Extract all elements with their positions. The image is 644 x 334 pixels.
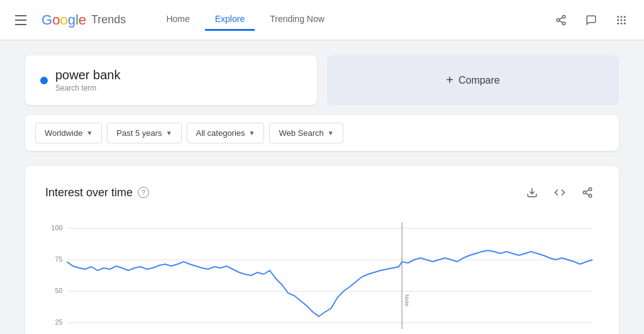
hamburger-menu[interactable] [10, 10, 31, 30]
svg-point-16 [583, 191, 586, 194]
main-nav: Home Explore Trending Now [156, 9, 334, 31]
filter-type-label: Web Search [279, 128, 323, 138]
chart-header: Interest over time ? [45, 181, 599, 204]
svg-point-11 [617, 22, 619, 24]
hamburger-line [15, 15, 26, 16]
svg-point-5 [617, 16, 619, 18]
search-term-text: power bank [55, 68, 120, 82]
header-left: Google Trends Home Explore Trending Now [10, 9, 335, 31]
chevron-down-icon: ▼ [86, 130, 92, 136]
search-dot-indicator [40, 77, 48, 84]
svg-point-6 [621, 16, 623, 18]
chevron-down-icon: ▼ [166, 130, 172, 136]
main-content: power bank Search term + Compare Worldwi… [0, 40, 644, 334]
filter-category[interactable]: All categories ▼ [187, 123, 265, 143]
svg-point-8 [617, 19, 619, 21]
y-label-75: 75 [55, 255, 62, 263]
help-icon[interactable]: ? [138, 187, 149, 198]
chart-title-row: Interest over time ? [45, 186, 149, 199]
embed-chart-button[interactable] [548, 181, 571, 204]
search-term-info: power bank Search term [55, 68, 120, 92]
svg-point-7 [624, 16, 626, 18]
svg-point-9 [621, 19, 623, 21]
svg-point-15 [589, 188, 592, 191]
hamburger-line [15, 19, 26, 21]
filter-time[interactable]: Past 5 years ▼ [107, 123, 181, 143]
y-label-100: 100 [51, 224, 62, 231]
chevron-down-icon: ▼ [328, 130, 334, 136]
feedback-button[interactable] [579, 8, 604, 33]
svg-point-13 [624, 22, 626, 24]
chart-title: Interest over time [45, 186, 133, 199]
search-box: power bank Search term [25, 55, 317, 105]
svg-point-17 [589, 194, 592, 198]
chart-container: 100 75 50 25 Note Dec 9, 2018 Jun 7, 202… [45, 219, 599, 334]
search-term-label: Search term [55, 84, 120, 92]
hamburger-line [15, 24, 26, 25]
compare-plus-icon: + [446, 73, 453, 87]
svg-line-18 [586, 193, 589, 195]
interest-over-time-chart: 100 75 50 25 Note Dec 9, 2018 Jun 7, 202… [45, 219, 599, 334]
svg-point-10 [624, 19, 626, 21]
google-wordmark: Google [42, 12, 86, 28]
nav-home[interactable]: Home [156, 9, 199, 31]
filter-worldwide[interactable]: Worldwide ▼ [35, 123, 102, 143]
y-label-50: 50 [55, 287, 62, 294]
chevron-down-icon: ▼ [249, 130, 255, 136]
chart-card: Interest over time ? [25, 166, 619, 334]
share-button[interactable] [548, 8, 574, 33]
svg-point-0 [562, 15, 565, 18]
svg-point-12 [621, 22, 623, 24]
chart-data-line [67, 250, 592, 316]
filter-category-label: All categories [196, 128, 245, 138]
apps-button[interactable] [609, 8, 634, 33]
filter-time-label: Past 5 years [116, 128, 162, 138]
svg-line-4 [559, 17, 562, 19]
filter-worldwide-label: Worldwide [45, 128, 82, 138]
compare-box[interactable]: + Compare [327, 55, 619, 105]
svg-line-3 [559, 21, 562, 23]
filter-type[interactable]: Web Search ▼ [269, 123, 343, 143]
search-compare-row: power bank Search term + Compare [25, 55, 619, 105]
chart-note-text: Note [404, 294, 410, 306]
svg-line-19 [586, 190, 589, 192]
share-chart-button[interactable] [576, 181, 599, 204]
compare-label: Compare [458, 75, 500, 86]
chart-actions [521, 181, 599, 204]
nav-trending-now[interactable]: Trending Now [260, 9, 335, 31]
filter-row: Worldwide ▼ Past 5 years ▼ All categorie… [25, 115, 619, 151]
y-label-25: 25 [55, 318, 62, 326]
google-trends-logo: Google Trends [42, 12, 126, 28]
header-right [548, 8, 634, 33]
svg-point-2 [562, 22, 565, 25]
header: Google Trends Home Explore Trending Now [0, 0, 644, 40]
trends-wordmark: Trends [91, 13, 126, 26]
download-chart-button[interactable] [521, 181, 543, 204]
nav-explore[interactable]: Explore [205, 9, 255, 31]
svg-point-1 [557, 18, 560, 21]
